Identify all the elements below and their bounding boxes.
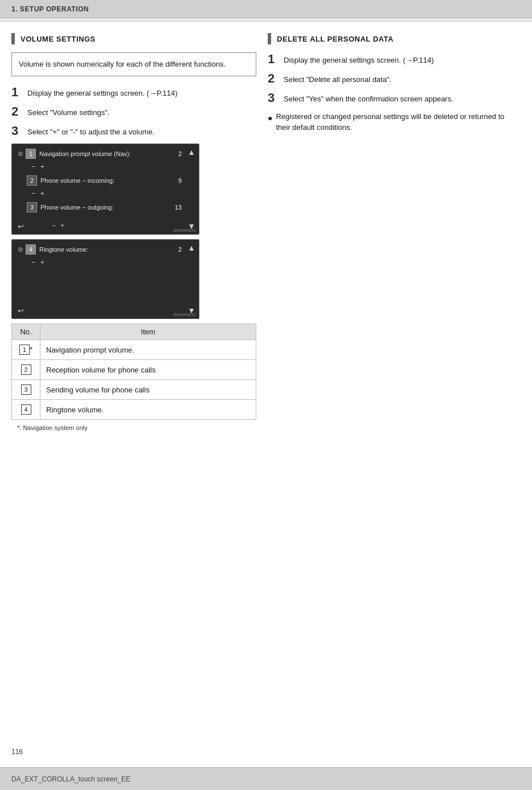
right-step-number-1: 1	[268, 52, 284, 66]
right-step-text-2: Select "Delete all personal data".	[284, 72, 391, 85]
delete-section-title: DELETE ALL PERSONAL DATA	[277, 35, 394, 43]
right-column: DELETE ALL PERSONAL DATA 1 Display the g…	[268, 33, 521, 431]
table-row: 3 Sending volume for phone calls	[12, 380, 256, 400]
right-step-text-3: Select "Yes" when the confirmation scree…	[284, 91, 453, 105]
right-step-number-2: 2	[268, 72, 284, 85]
table-no-4: 4	[12, 400, 40, 420]
left-column: VOLUME SETTINGS Volume is shown numerica…	[11, 33, 256, 431]
step-number-1: 1	[11, 85, 27, 99]
right-step-text-1: Display the general settings screen. (→P…	[284, 52, 434, 66]
page-number: 116	[11, 748, 23, 756]
footnote-text: *: Navigation system only	[17, 424, 88, 431]
table-header-no: No.	[12, 324, 40, 340]
right-step-number-3: 3	[268, 91, 284, 105]
right-step-2: 2 Select "Delete all personal data".	[268, 72, 521, 85]
table-item-2: Reception volume for phone calls	[40, 360, 256, 380]
top-bar: 1. SETUP OPERATION	[0, 0, 532, 18]
bullet-item: ● Registered or changed personal setting…	[268, 111, 521, 133]
volume-table: No. Item 1* Navigation prompt volume. 2 …	[11, 324, 256, 420]
bullet-icon: ●	[268, 112, 272, 124]
main-content: VOLUME SETTINGS Volume is shown numerica…	[0, 22, 532, 443]
volume-settings-header: VOLUME SETTINGS	[11, 33, 256, 44]
volume-settings-title: VOLUME SETTINGS	[21, 35, 96, 43]
step-number-2: 2	[11, 105, 27, 118]
screenshot1-back: ↩	[18, 222, 24, 231]
table-row: 2 Reception volume for phone calls	[12, 360, 256, 380]
right-step-3: 3 Select "Yes" when the confirmation scr…	[268, 91, 521, 105]
section-bar-decoration	[11, 33, 15, 44]
left-step-2: 2 Select "Volume settings".	[11, 105, 256, 118]
screenshot2-back: ↩	[18, 306, 24, 315]
bullet-text: Registered or changed personal settings …	[276, 111, 521, 133]
step-text-1: Display the general settings screen. (→P…	[27, 85, 178, 99]
screenshot-2: ⚙ 4 Ringtone volume: 2 − + ▲ ↩ ▼ EN6006D…	[11, 239, 199, 319]
delete-section-header: DELETE ALL PERSONAL DATA	[268, 33, 521, 44]
left-step-3: 3 Select "+" or "-" to adjust the a volu…	[11, 124, 256, 138]
table-item-1: Navigation prompt volume.	[40, 340, 256, 360]
info-box: Volume is shown numerically for each of …	[11, 52, 256, 76]
screenshot2-watermark: EN6006DC	[174, 312, 197, 317]
footnote: *: Navigation system only	[11, 424, 256, 431]
right-step-1: 1 Display the general settings screen. (…	[268, 52, 521, 66]
table-no-3: 3	[12, 380, 40, 400]
step-text-2: Select "Volume settings".	[27, 105, 109, 118]
screenshot1-arrow-up: ▲	[187, 148, 195, 157]
screenshot-1: ⚙ 1 Navigation prompt volume (Nav): 2 − …	[11, 144, 199, 235]
screenshot2-arrow-up: ▲	[187, 243, 195, 252]
left-step-1: 1 Display the general settings screen. (…	[11, 85, 256, 99]
step-number-3: 3	[11, 124, 27, 138]
table-no-1: 1*	[12, 340, 40, 360]
table-row: 1* Navigation prompt volume.	[12, 340, 256, 360]
info-text: Volume is shown numerically for each of …	[19, 60, 226, 68]
table-header-item: Item	[40, 324, 256, 340]
table-item-3: Sending volume for phone calls	[40, 380, 256, 400]
table-no-2: 2	[12, 360, 40, 380]
step-text-3: Select "+" or "-" to adjust the a volume…	[27, 124, 154, 138]
table-item-4: Ringtone volume.	[40, 400, 256, 420]
footer-bar: DA_EXT_COROLLA_touch screen_EE	[0, 767, 532, 790]
top-bar-title: 1. SETUP OPERATION	[11, 5, 89, 13]
footer-text: DA_EXT_COROLLA_touch screen_EE	[11, 775, 130, 783]
table-row: 4 Ringtone volume.	[12, 400, 256, 420]
screenshot1-watermark: EN6005DC	[174, 228, 197, 233]
section-bar-decoration-right	[268, 33, 271, 44]
